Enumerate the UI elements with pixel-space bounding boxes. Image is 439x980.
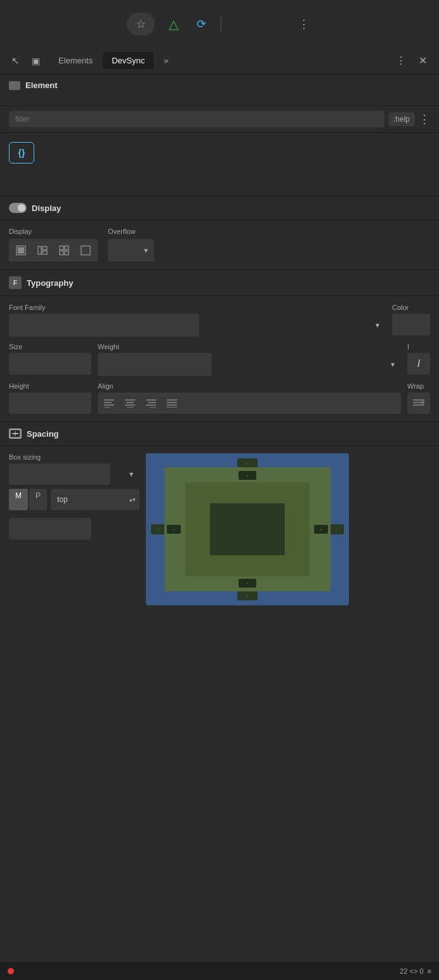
element-section: Element <box>0 74 439 106</box>
overflow-select[interactable]: auto hidden scroll visible <box>108 239 154 262</box>
box-sizing-group: Box sizing border-box content-box <box>9 453 140 485</box>
more-icon[interactable]: ⋮ <box>295 15 313 33</box>
sync-icon[interactable]: ⟳ <box>193 15 211 33</box>
mp-tabs: M P top right bottom left <box>9 489 140 510</box>
bm-padding-layer <box>185 482 310 576</box>
box-sizing-select[interactable]: border-box content-box <box>9 463 110 485</box>
filter-bar: :help ⋮ <box>0 106 439 133</box>
status-lines-icon: ≡ <box>428 967 431 975</box>
weight-field: Weight 100200300 400500600 700800900 <box>98 343 401 376</box>
font-family-row: Font Family Color <box>9 304 430 337</box>
bm-border-left: - <box>167 525 181 534</box>
tab-elements[interactable]: Elements <box>49 52 102 69</box>
size-input[interactable] <box>9 353 91 375</box>
color-swatch[interactable] <box>392 314 430 335</box>
display-section: Display Display <box>0 197 439 270</box>
tab-more[interactable]: » <box>155 52 177 69</box>
box-sizing-label: Box sizing <box>9 453 140 461</box>
tab-devsync[interactable]: DevSync <box>103 52 154 69</box>
bm-margin-layer: - - - - - - - - <box>146 453 349 605</box>
bm-content-layer <box>210 503 285 555</box>
color-label: Color <box>392 304 430 311</box>
filter-input[interactable] <box>9 111 384 127</box>
display-icon-inline[interactable] <box>76 242 95 259</box>
italic-field: I I <box>407 343 430 375</box>
device-icon[interactable]: ▣ <box>27 52 44 70</box>
svg-rect-8 <box>65 251 69 255</box>
svg-rect-4 <box>43 251 47 254</box>
tab-close-icon[interactable]: ✕ <box>414 52 431 70</box>
typography-header: F Typography <box>0 270 439 296</box>
spacing-title: Spacing <box>27 429 59 439</box>
display-toggle[interactable] <box>9 203 27 213</box>
filter-help-label[interactable]: :help <box>388 112 415 126</box>
align-right-button[interactable] <box>141 395 161 411</box>
align-center-button[interactable] <box>121 395 140 411</box>
bm-margin-bottom: - <box>237 590 258 600</box>
font-family-label: Font Family <box>9 304 386 311</box>
display-icons-row <box>9 239 98 262</box>
padding-tab[interactable]: P <box>29 489 47 510</box>
italic-label: I <box>407 343 430 351</box>
tab-bar: ↖ ▣ Elements DevSync » ⋮ ✕ <box>0 48 439 74</box>
cursor-icon[interactable]: ↖ <box>6 52 24 70</box>
margin-tab[interactable]: M <box>9 489 28 510</box>
overflow-label: Overflow <box>108 228 154 235</box>
weight-select[interactable]: 100200300 400500600 700800900 <box>98 353 212 376</box>
filter-dots-icon[interactable]: ⋮ <box>419 112 430 126</box>
display-icon-flex[interactable] <box>33 242 52 259</box>
css-braces-button[interactable]: {} <box>9 142 34 164</box>
separator <box>221 16 221 32</box>
display-label: Display <box>9 228 98 235</box>
height-field: Height <box>9 382 91 414</box>
star-icon[interactable]: ☆ <box>127 13 155 35</box>
mp-direction-select[interactable]: top right bottom left <box>51 489 140 510</box>
font-family-select-wrapper[interactable] <box>9 314 386 337</box>
typography-controls: Font Family Color Size <box>0 296 439 422</box>
height-input[interactable] <box>9 392 91 414</box>
color-field: Color <box>392 304 430 335</box>
weight-label: Weight <box>98 343 401 351</box>
tab-menu-icon[interactable]: ⋮ <box>392 52 410 70</box>
element-label: Element <box>25 81 58 90</box>
display-icon-block[interactable] <box>11 242 30 259</box>
font-family-select[interactable] <box>9 314 199 337</box>
triangle-icon[interactable]: △ <box>165 15 183 33</box>
weight-select-wrapper[interactable]: 100200300 400500600 700800900 <box>98 353 401 376</box>
display-type-group: Display <box>9 228 98 262</box>
spacing-left-col: Box sizing border-box content-box M <box>9 453 140 539</box>
align-label: Align <box>98 382 401 390</box>
mp-group: M P top right bottom left <box>9 489 140 539</box>
display-icon-grid[interactable] <box>55 242 74 259</box>
typography-title: Typography <box>27 278 73 288</box>
box-sizing-select-wrapper[interactable]: border-box content-box <box>9 463 140 485</box>
svg-rect-9 <box>81 246 90 255</box>
spacing-header: Spacing <box>0 422 439 446</box>
italic-button[interactable]: I <box>407 353 430 375</box>
status-dot <box>8 968 14 974</box>
align-justify-button[interactable] <box>162 395 181 411</box>
align-left-button[interactable] <box>100 395 119 411</box>
align-field: Align <box>98 382 401 414</box>
size-label: Size <box>9 343 91 351</box>
mp-value-input[interactable] <box>9 518 91 539</box>
bm-border-layer: - - - - <box>164 467 331 592</box>
devtools-panel: ↖ ▣ Elements DevSync » ⋮ ✕ Element :help… <box>0 48 439 980</box>
browser-bar: ☆ △ ⟳ ⋮ <box>0 0 439 48</box>
height-align-row: Height Align <box>9 382 430 414</box>
overflow-select-wrapper[interactable]: auto hidden scroll visible <box>108 239 154 262</box>
svg-rect-5 <box>60 246 63 250</box>
tab-bar-right: ⋮ ✕ <box>392 52 436 70</box>
bm-border-bottom: - <box>239 579 256 588</box>
mp-direction-select-wrapper[interactable]: top right bottom left <box>51 489 140 510</box>
spacing-layout: Box sizing border-box content-box M <box>9 453 430 605</box>
size-weight-row: Size Weight 100200300 400500600 70080090… <box>9 343 430 376</box>
display-header: Display <box>0 197 439 220</box>
wrap-button[interactable] <box>407 392 430 414</box>
element-title: Element <box>9 81 430 90</box>
box-model-visual: - - - - - - - - <box>146 453 349 605</box>
bm-margin-right: - <box>329 524 344 534</box>
mp-row: top right bottom left <box>51 489 140 510</box>
svg-rect-1 <box>18 247 24 254</box>
wrap-label: Wrap <box>407 382 430 390</box>
